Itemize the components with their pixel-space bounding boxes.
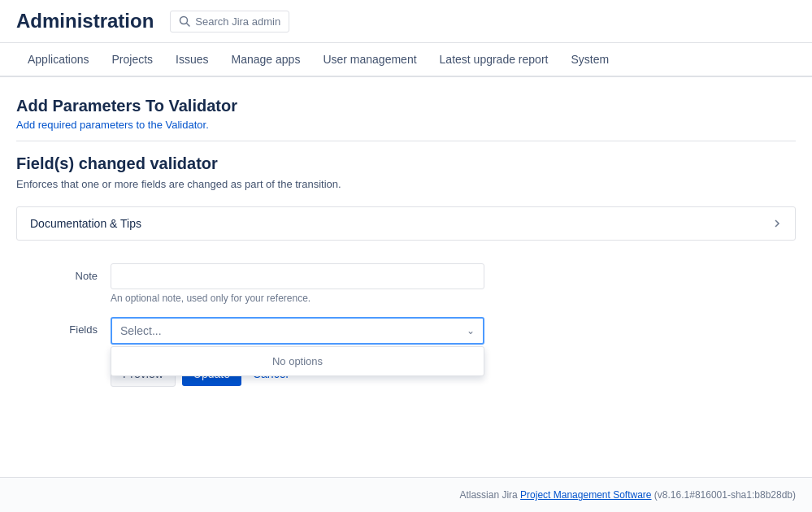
nav-item-upgrade-report[interactable]: Latest upgrade report: [428, 43, 560, 77]
footer-version: (v8.16.1#816001-sha1:b8b28db): [652, 489, 796, 501]
note-field-wrapper: An optional note, used only for your ref…: [111, 263, 484, 304]
fields-field-wrapper: Select... ⌄ No options: [111, 317, 484, 345]
header: Administration Search Jira admin: [0, 0, 812, 43]
chevron-down-icon: ⌄: [467, 325, 475, 336]
main-content: Add Parameters To Validator Add required…: [0, 77, 812, 477]
nav-item-applications[interactable]: Applications: [16, 43, 101, 77]
search-placeholder: Search Jira admin: [195, 15, 280, 28]
nav-item-system[interactable]: System: [559, 43, 620, 77]
nav-item-issues[interactable]: Issues: [164, 43, 219, 77]
section-desc: Enforces that one or more fields are cha…: [16, 178, 796, 190]
page-title: Administration: [16, 10, 154, 33]
form-section: Note An optional note, used only for you…: [16, 263, 796, 387]
no-options-text: No options: [111, 347, 484, 375]
fields-label: Fields: [33, 317, 98, 336]
footer-link[interactable]: Project Management Software: [520, 489, 651, 501]
nav: Applications Projects Issues Manage apps…: [0, 43, 812, 77]
fields-select[interactable]: Select... ⌄: [111, 317, 484, 345]
search-bar[interactable]: Search Jira admin: [170, 11, 289, 33]
add-params-title: Add Parameters To Validator: [16, 97, 796, 115]
section-title: Field(s) changed validator: [16, 154, 796, 173]
svg-line-1: [187, 24, 190, 27]
note-row: Note An optional note, used only for you…: [33, 263, 779, 304]
nav-item-manage-apps[interactable]: Manage apps: [220, 43, 312, 77]
doc-panel[interactable]: Documentation & Tips: [16, 206, 796, 241]
chevron-right-icon: [772, 219, 782, 228]
note-input[interactable]: [111, 263, 484, 289]
add-params-subtitle: Add required parameters to the Validator…: [16, 119, 796, 131]
doc-panel-header[interactable]: Documentation & Tips: [17, 207, 795, 240]
fields-select-placeholder: Select...: [120, 324, 162, 337]
fields-row: Fields Select... ⌄ No options: [33, 317, 779, 345]
page-header: Add Parameters To Validator Add required…: [16, 97, 796, 141]
search-icon: [179, 15, 190, 27]
fields-select-wrapper: Select... ⌄ No options: [111, 317, 484, 345]
note-label: Note: [33, 263, 98, 282]
doc-panel-label: Documentation & Tips: [30, 217, 141, 230]
footer-text: Atlassian Jira: [459, 489, 520, 501]
footer: Atlassian Jira Project Management Softwa…: [0, 477, 812, 512]
note-hint: An optional note, used only for your ref…: [111, 293, 484, 304]
nav-item-projects[interactable]: Projects: [101, 43, 165, 77]
nav-item-user-management[interactable]: User management: [311, 43, 428, 77]
fields-dropdown: No options: [111, 346, 484, 376]
